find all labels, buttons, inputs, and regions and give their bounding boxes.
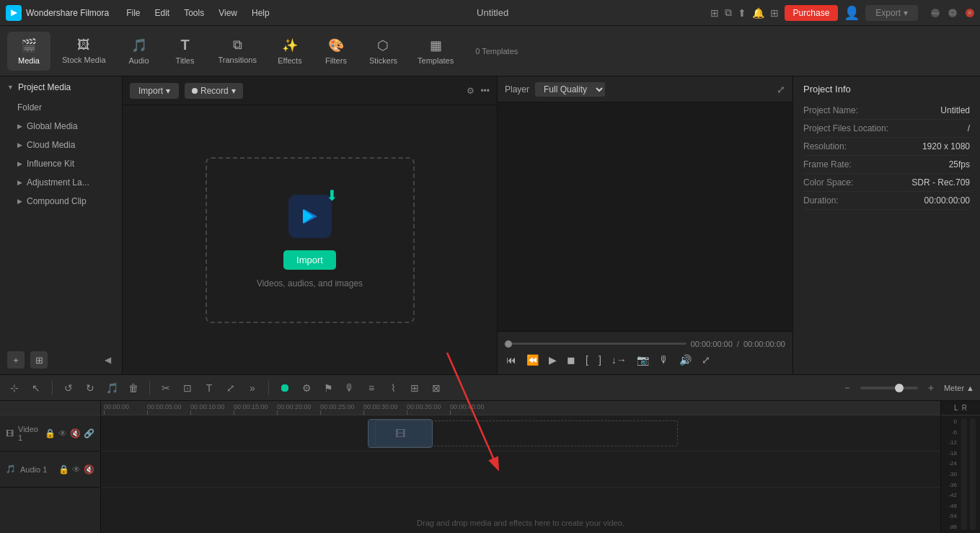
prev-frame-button[interactable]: ⏮ (505, 353, 518, 367)
tl-sep-3 (268, 381, 269, 395)
track-audio1[interactable] (101, 451, 940, 488)
avatar-icon[interactable]: 👤 (844, 5, 860, 21)
tl-cut[interactable]: ✂ (157, 379, 175, 397)
tl-flag[interactable]: ⚑ (319, 379, 337, 397)
tab-filters[interactable]: 🎨 Filters (314, 32, 358, 71)
icon-upload[interactable]: ⬆ (738, 7, 746, 19)
tl-record-btn[interactable]: ⏺ (276, 379, 293, 397)
media-drop-zone[interactable]: ⬇ Import Videos, audios, and images (123, 105, 497, 374)
filter-icon[interactable]: ⚙ (467, 86, 474, 96)
close-button[interactable]: ✕ (966, 9, 974, 17)
voiceover-button[interactable]: 🎙 (658, 353, 671, 367)
icon-bell[interactable]: 🔔 (752, 7, 764, 19)
tl-split[interactable]: ⌇ (384, 379, 402, 397)
tl-select-tool[interactable]: ⊹ (6, 379, 23, 397)
add-folder-button[interactable]: + (7, 351, 25, 369)
volume-button[interactable]: 🔊 (678, 353, 693, 367)
export-button[interactable]: Export ▾ (865, 5, 918, 21)
import-button[interactable]: Import ▾ (130, 83, 179, 99)
video-link-icon[interactable]: 🔗 (84, 428, 94, 439)
meter-val-30: -30 (948, 471, 957, 477)
minimize-button[interactable]: — (931, 9, 940, 17)
tl-undo[interactable]: ↺ (60, 379, 77, 397)
icon-grid[interactable]: ⊞ (770, 7, 779, 19)
purchase-button[interactable]: Purchase (785, 5, 839, 21)
info-key-framerate: Frame Rate: (803, 159, 852, 169)
folder-item[interactable]: Folder (0, 98, 122, 117)
icon-copy[interactable]: ⧉ (725, 6, 732, 19)
logo-icon: ▶ (6, 5, 22, 21)
quality-select[interactable]: Full Quality 1/2 Quality 1/4 Quality (535, 82, 605, 97)
zoom-slider[interactable] (860, 387, 918, 389)
video-lock-icon[interactable]: 🔒 (45, 428, 56, 439)
tl-audio-detach[interactable]: 🎵 (103, 379, 120, 397)
menu-view[interactable]: View (213, 5, 243, 21)
timeline-ruler[interactable]: 00:00:00 00:00:05:00 00:00:10:00 00:00:1… (101, 401, 940, 415)
mark-out-button[interactable]: ] (597, 353, 603, 367)
audio-mute-icon[interactable]: 🔇 (84, 464, 94, 475)
tl-delete[interactable]: 🗑 (125, 379, 142, 397)
audio-eye-icon[interactable]: 👁 (72, 464, 81, 475)
tab-media[interactable]: 🎬 Media (7, 32, 50, 71)
import-big-button[interactable]: Import (283, 250, 336, 270)
seek-bar[interactable]: 00:00:00:00 / 00:00:00:00 (505, 340, 785, 348)
record-button[interactable]: Record ▾ (185, 83, 243, 99)
menu-edit[interactable]: Edit (149, 5, 176, 21)
tl-mic[interactable]: 🎙 (341, 379, 358, 397)
tab-templates[interactable]: ▦ Templates (409, 32, 462, 71)
tl-edit-tool[interactable]: ↖ (27, 379, 45, 397)
video-eye-icon[interactable]: 👁 (58, 428, 67, 439)
tab-transitions[interactable]: ⧉ Transitions (210, 32, 265, 70)
more-options-icon[interactable]: ••• (480, 86, 490, 96)
tab-titles[interactable]: T Titles (164, 31, 207, 71)
tab-effects[interactable]: ✨ Effects (268, 32, 312, 71)
stop-button[interactable]: ◼ (565, 353, 577, 367)
global-media-item[interactable]: ▶ Global Media (0, 117, 122, 136)
zoom-fit-button[interactable]: ⤢ (700, 353, 712, 367)
zoom-track[interactable] (860, 387, 918, 389)
compound-clip-item[interactable]: ▶ Compound Clip (0, 192, 122, 211)
audio-lock-icon[interactable]: 🔒 (58, 464, 69, 475)
add-item-button[interactable]: ⊞ (30, 351, 48, 369)
import-drop-zone[interactable]: ⬇ Import Videos, audios, and images (206, 157, 415, 323)
video-mute-icon[interactable]: 🔇 (70, 428, 81, 439)
tl-crop[interactable]: ⊡ (179, 379, 196, 397)
tl-text[interactable]: T (200, 379, 218, 397)
tl-audio-track[interactable]: ≡ (363, 379, 380, 397)
menu-help[interactable]: Help (246, 5, 275, 21)
play-button[interactable]: ▶ (547, 353, 558, 367)
add-to-timeline-button[interactable]: ↓→ (610, 353, 628, 367)
seek-thumb[interactable] (505, 340, 512, 348)
tl-scale-down[interactable]: ⊠ (428, 379, 445, 397)
adjustment-layer-item[interactable]: ▶ Adjustment La... (0, 173, 122, 192)
tl-fit[interactable]: ⤢ (222, 379, 239, 397)
tl-zoom-out[interactable]: － (839, 379, 856, 397)
tab-stickers[interactable]: ⬡ Stickers (361, 32, 406, 71)
icon-resize[interactable]: ⊞ (710, 7, 719, 19)
fullscreen-icon[interactable]: ⤢ (777, 84, 785, 95)
track-video1[interactable]: 🎞 (101, 415, 940, 451)
tab-stock-media[interactable]: 🖼 Stock Media (53, 32, 115, 70)
tab-audio[interactable]: 🎵 Audio (118, 32, 161, 71)
mark-in-button[interactable]: [ (584, 353, 590, 367)
project-media-header[interactable]: ▼ Project Media (0, 76, 122, 98)
influence-kit-item[interactable]: ▶ Influence Kit (0, 154, 122, 173)
cloud-media-item[interactable]: ▶ Cloud Media (0, 136, 122, 154)
maximize-button[interactable]: ☐ (948, 9, 957, 17)
snapshot-button[interactable]: 📷 (635, 353, 650, 367)
tl-more[interactable]: » (244, 379, 261, 397)
video-drop-zone[interactable] (375, 420, 678, 446)
menu-file[interactable]: File (120, 5, 146, 21)
menu-tools[interactable]: Tools (178, 5, 210, 21)
tl-settings[interactable]: ⚙ (298, 379, 315, 397)
step-back-button[interactable]: ⏪ (525, 353, 540, 367)
tl-merge[interactable]: ⊞ (406, 379, 423, 397)
tl-redo[interactable]: ↻ (81, 379, 99, 397)
zoom-thumb[interactable] (895, 384, 904, 392)
seek-track[interactable] (505, 343, 687, 345)
project-media-label: Project Media (18, 82, 71, 92)
tl-zoom-in[interactable]: ＋ (922, 379, 940, 397)
collapse-panel-button[interactable]: ◀ (100, 353, 115, 367)
tab-titles-label: Titles (176, 56, 195, 65)
timeline-right-controls: － ＋ Meter ▲ (839, 379, 974, 397)
